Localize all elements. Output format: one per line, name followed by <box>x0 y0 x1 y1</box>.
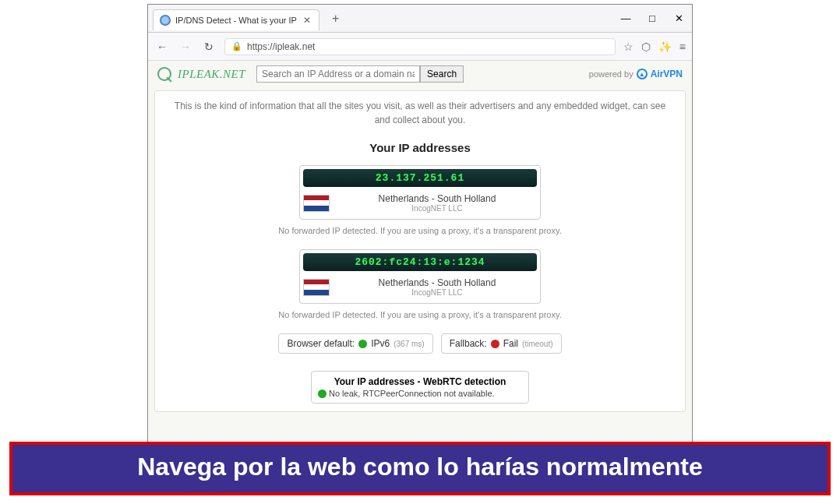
search-box: Search <box>256 65 464 83</box>
status-value: Fail <box>503 338 518 349</box>
back-button[interactable]: ← <box>154 41 170 53</box>
lock-icon: 🔒 <box>231 41 242 51</box>
page-content: IPLEAK.NET Search powered by ▲ AirVPN Th… <box>148 61 692 455</box>
address-bar: ← → ↻ 🔒 https://ipleak.net ☆ ⬡ ✨ ≡ <box>148 33 692 61</box>
shield-icon[interactable]: ⬡ <box>641 41 651 53</box>
ip-org: IncogNET LLC <box>337 204 537 213</box>
webrtc-status: No leak, RTCPeerConnection not available… <box>318 389 522 398</box>
bookmark-icon[interactable]: ☆ <box>623 41 634 53</box>
magnifier-icon <box>157 67 171 81</box>
new-tab-button[interactable]: + <box>327 10 344 27</box>
status-dot-green <box>358 340 367 348</box>
ip-address-display: 2602:fc24:13:e:1234 <box>303 253 537 271</box>
maximize-button[interactable]: □ <box>639 8 665 30</box>
address-bar-icons: ☆ ⬡ ✨ ≡ <box>623 41 686 53</box>
browser-tab[interactable]: IP/DNS Detect - What is your IP ✕ <box>153 9 319 30</box>
flag-icon <box>303 195 330 212</box>
close-tab-icon[interactable]: ✕ <box>302 15 312 26</box>
ip-location-row: Netherlands - South Holland IncogNET LLC <box>303 193 537 213</box>
site-logo-text: IPLEAK.NET <box>178 68 245 81</box>
minimize-button[interactable]: — <box>612 8 639 30</box>
ip-org: IncogNET LLC <box>337 288 537 297</box>
menu-icon[interactable]: ≡ <box>679 41 686 53</box>
ip-card: 2602:fc24:13:e:1234 Netherlands - South … <box>299 249 541 304</box>
overlay-banner: Navega por la web como lo harías normalm… <box>9 442 831 495</box>
search-input[interactable] <box>256 65 420 83</box>
ip-location: Netherlands - South Holland <box>337 193 537 204</box>
tab-favicon <box>160 15 171 26</box>
ip-location-row: Netherlands - South Holland IncogNET LLC <box>303 277 537 297</box>
intro-text: This is the kind of information that all… <box>166 99 674 127</box>
forward-button[interactable]: → <box>178 41 193 53</box>
status-value: IPv6 <box>371 338 390 349</box>
page-body: This is the kind of information that all… <box>154 90 686 412</box>
airvpn-icon: ▲ <box>637 69 648 79</box>
status-dot-green <box>318 389 326 398</box>
title-bar: IP/DNS Detect - What is your IP ✕ + — □ … <box>148 5 692 33</box>
site-header: IPLEAK.NET Search powered by ▲ AirVPN <box>154 61 686 87</box>
browser-default-status: Browser default: IPv6 (367 ms) <box>278 333 432 354</box>
spark-icon[interactable]: ✨ <box>658 41 672 53</box>
status-dot-red <box>491 340 499 348</box>
ip-card: 23.137.251.61 Netherlands - South Hollan… <box>299 165 541 220</box>
webrtc-status-text: No leak, RTCPeerConnection not available… <box>329 389 495 398</box>
powered-brand[interactable]: AirVPN <box>651 69 683 79</box>
browser-window: IP/DNS Detect - What is your IP ✕ + — □ … <box>147 4 693 456</box>
proxy-note: No forwarded IP detected. If you are usi… <box>166 310 674 319</box>
webrtc-title: Your IP addresses - WebRTC detection <box>318 376 522 387</box>
fallback-status: Fallback: Fail (timeout) <box>441 333 562 354</box>
reload-button[interactable]: ↻ <box>201 41 217 53</box>
status-label: Fallback: <box>450 338 487 349</box>
webrtc-box: Your IP addresses - WebRTC detection No … <box>311 371 529 404</box>
flag-icon <box>303 279 330 296</box>
url-text: https://ipleak.net <box>247 41 315 52</box>
ip-location: Netherlands - South Holland <box>337 277 537 288</box>
section-title-ip: Your IP addresses <box>166 141 674 154</box>
status-ms: (367 ms) <box>394 340 424 348</box>
powered-label: powered by <box>589 69 634 79</box>
close-window-button[interactable]: ✕ <box>665 8 692 30</box>
url-field[interactable]: 🔒 https://ipleak.net <box>224 38 616 55</box>
powered-by: powered by ▲ AirVPN <box>589 69 683 79</box>
status-note: (timeout) <box>522 340 552 348</box>
window-controls: — □ ✕ <box>612 8 692 30</box>
ip-address-display: 23.137.251.61 <box>303 169 537 187</box>
proxy-note: No forwarded IP detected. If you are usi… <box>166 226 674 235</box>
search-button[interactable]: Search <box>420 65 464 83</box>
tab-title: IP/DNS Detect - What is your IP <box>175 16 297 25</box>
status-row: Browser default: IPv6 (367 ms) Fallback:… <box>166 333 674 354</box>
status-label: Browser default: <box>287 338 355 349</box>
